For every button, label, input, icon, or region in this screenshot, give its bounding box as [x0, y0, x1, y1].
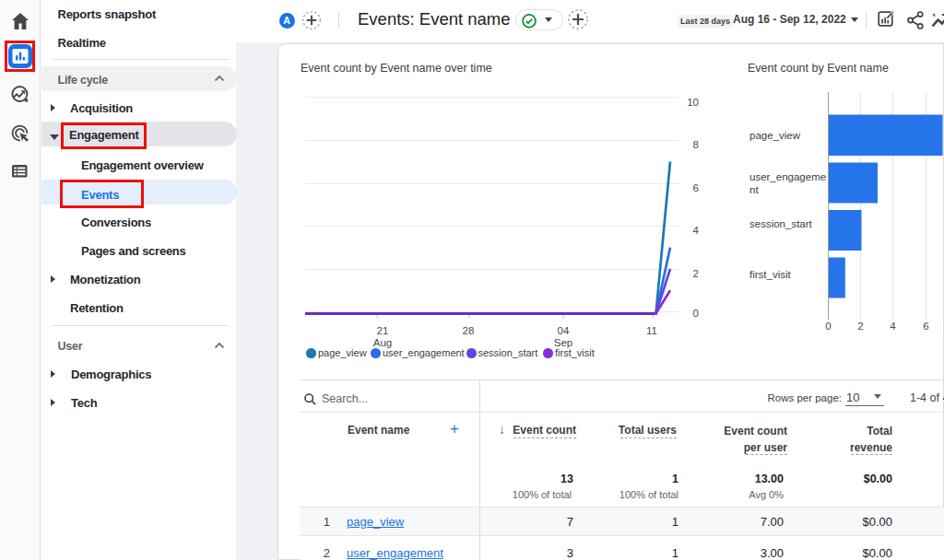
svg-text:0: 0 — [693, 308, 699, 319]
svg-text:2: 2 — [693, 268, 699, 279]
svg-text:21: 21 — [377, 325, 389, 336]
svg-text:0: 0 — [825, 321, 831, 332]
svg-text:user_engageme: user_engageme — [749, 171, 826, 182]
svg-text:4: 4 — [890, 321, 896, 332]
svg-text:8: 8 — [693, 139, 699, 150]
svg-text:11: 11 — [646, 325, 657, 336]
svg-text:6: 6 — [923, 321, 928, 332]
svg-text:28: 28 — [463, 325, 475, 336]
svg-text:page_view: page_view — [749, 130, 801, 141]
svg-text:6: 6 — [693, 182, 699, 193]
svg-text:nt: nt — [749, 184, 759, 195]
svg-text:10: 10 — [687, 97, 699, 108]
svg-text:4: 4 — [693, 225, 700, 236]
svg-text:first_visit: first_visit — [749, 269, 792, 280]
svg-text:2: 2 — [857, 321, 863, 332]
svg-text:04: 04 — [558, 325, 570, 336]
svg-text:session_start: session_start — [749, 218, 813, 229]
